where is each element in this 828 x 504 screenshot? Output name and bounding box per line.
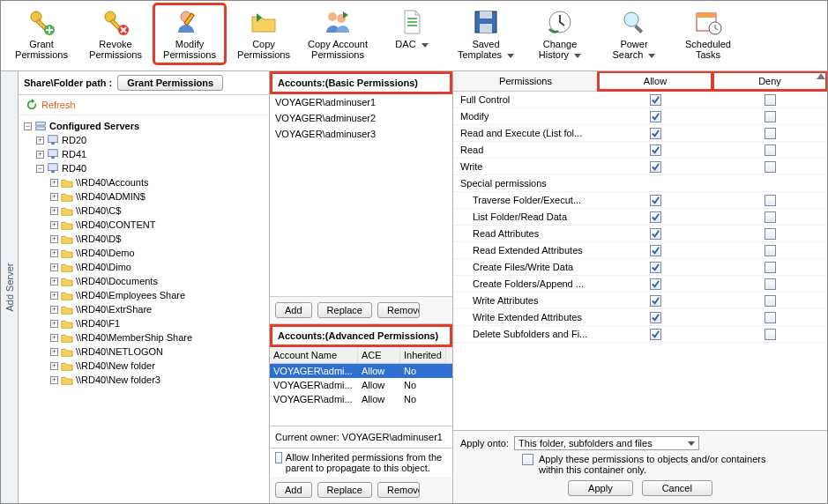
col-allow[interactable]: Allow [598, 71, 712, 91]
add-button[interactable]: Add [275, 302, 312, 318]
scroll-up-icon[interactable] [817, 73, 825, 79]
tree-share[interactable]: + \\RD40\MemberShip Share [24, 330, 269, 345]
adv-remove-button[interactable]: Remove [377, 482, 420, 498]
tree-share[interactable]: + \\RD40\ExtrShare [24, 302, 269, 316]
adv-replace-button[interactable]: Replace [317, 482, 372, 498]
tree-share[interactable]: + \\RD40\Accounts [24, 175, 269, 189]
tree-share[interactable]: + \\RD40\ADMIN$ [24, 189, 269, 204]
expand-icon[interactable]: + [50, 235, 58, 243]
tree-share[interactable]: + \\RD40\New folder [24, 359, 269, 373]
col-permissions[interactable]: Permissions [453, 71, 598, 91]
tree-server[interactable]: + RD41 [24, 147, 269, 161]
expand-icon[interactable]: + [50, 193, 58, 201]
tree-server[interactable]: − RD40 [24, 161, 269, 175]
tree-share[interactable]: + \\RD40\Employees Share [24, 288, 269, 302]
toolbar-revoke-permissions[interactable]: Revoke Permissions [80, 4, 151, 63]
toolbar-change-history[interactable]: Change History [525, 4, 595, 63]
apply-to-children-checkbox[interactable] [522, 454, 533, 465]
checkbox[interactable] [650, 211, 661, 223]
collapse-icon[interactable]: − [24, 122, 32, 130]
expand-icon[interactable]: + [50, 263, 58, 271]
cancel-button[interactable]: Cancel [642, 480, 712, 496]
advanced-account-row[interactable]: VOYAGER\admi...AllowNo [270, 364, 452, 378]
tree-share[interactable]: + \\RD40\Dimo [24, 260, 269, 274]
advanced-account-row[interactable]: VOYAGER\admi...AllowNo [270, 378, 452, 392]
checkbox[interactable] [765, 128, 776, 139]
expand-icon[interactable]: + [50, 249, 58, 257]
refresh-button[interactable]: Refresh [19, 95, 269, 115]
checkbox[interactable] [650, 278, 661, 290]
checkbox[interactable] [650, 245, 661, 256]
expand-icon[interactable]: + [50, 221, 58, 229]
toolbar-modify-permissions[interactable]: Modify Permissions [154, 4, 225, 63]
advanced-account-row[interactable]: VOYAGER\admi...AllowNo [270, 392, 452, 406]
expand-icon[interactable]: + [50, 179, 58, 187]
account-item[interactable]: VOYAGER\adminuser1 [270, 94, 452, 110]
checkbox[interactable] [765, 111, 776, 122]
col-account-name[interactable]: Account Name [270, 347, 358, 363]
checkbox[interactable] [650, 128, 661, 139]
checkbox[interactable] [765, 312, 776, 323]
checkbox[interactable] [650, 195, 661, 206]
toolbar-grant-permissions[interactable]: Grant Permissions [6, 4, 77, 63]
expand-icon[interactable]: + [50, 362, 58, 370]
tree-share[interactable]: + \\RD40\CONTENT [24, 218, 269, 232]
checkbox[interactable] [650, 262, 661, 273]
tree-share[interactable]: + \\RD40\NETLOGON [24, 345, 269, 359]
checkbox[interactable] [765, 195, 776, 206]
tree-share[interactable]: + \\RD40\C$ [24, 204, 269, 218]
checkbox[interactable] [765, 94, 776, 106]
adv-add-button[interactable]: Add [275, 482, 312, 498]
checkbox[interactable] [765, 145, 776, 156]
apply-onto-select[interactable]: This folder, subfolders and files [514, 436, 699, 450]
tree-server[interactable]: + RD20 [24, 133, 269, 147]
checkbox[interactable] [765, 262, 776, 273]
expand-icon[interactable]: + [50, 334, 58, 342]
expand-icon[interactable]: + [50, 306, 58, 314]
inherit-checkbox[interactable] [275, 452, 282, 463]
tree-share[interactable]: + \\RD40\D$ [24, 232, 269, 246]
checkbox[interactable] [765, 245, 776, 256]
col-deny[interactable]: Deny [712, 71, 827, 91]
checkbox[interactable] [765, 228, 776, 240]
checkbox[interactable] [650, 295, 661, 307]
checkbox[interactable] [650, 145, 661, 156]
grant-permissions-button[interactable]: Grant Permissions [117, 75, 223, 91]
toolbar-dac[interactable]: DAC [377, 4, 447, 53]
checkbox[interactable] [765, 295, 776, 307]
add-server-tab[interactable]: Add Server [1, 71, 19, 503]
expand-icon[interactable]: + [36, 151, 44, 159]
expand-icon[interactable]: + [50, 320, 58, 328]
tree-share[interactable]: + \\RD40\F1 [24, 316, 269, 330]
checkbox[interactable] [765, 161, 776, 173]
expand-icon[interactable]: + [50, 278, 58, 285]
tree-share[interactable]: + \\RD40\Documents [24, 274, 269, 288]
collapse-icon[interactable]: − [36, 165, 44, 173]
checkbox[interactable] [650, 312, 661, 323]
checkbox[interactable] [650, 228, 661, 240]
account-item[interactable]: VOYAGER\adminuser2 [270, 110, 452, 126]
account-item[interactable]: VOYAGER\adminuser3 [270, 126, 452, 142]
expand-icon[interactable]: + [50, 292, 58, 300]
expand-icon[interactable]: + [50, 348, 58, 356]
replace-button[interactable]: Replace [317, 302, 372, 318]
checkbox[interactable] [765, 211, 776, 223]
col-inherited[interactable]: Inherited [400, 347, 446, 363]
remove-button[interactable]: Remove [377, 302, 420, 318]
apply-button[interactable]: Apply [568, 480, 633, 496]
checkbox[interactable] [650, 94, 661, 106]
tree-share[interactable]: + \\RD40\New folder3 [24, 373, 269, 387]
tree-root[interactable]: − Configured Servers [24, 119, 269, 133]
checkbox[interactable] [650, 111, 661, 122]
checkbox[interactable] [650, 161, 661, 173]
tree-share[interactable]: + \\RD40\Demo [24, 246, 269, 260]
toolbar-power-search[interactable]: Power Search [599, 4, 669, 63]
expand-icon[interactable]: + [36, 137, 44, 145]
checkbox[interactable] [765, 329, 776, 340]
expand-icon[interactable]: + [50, 207, 58, 215]
toolbar-copy-account-permissions[interactable]: Copy Account Permissions [302, 4, 373, 63]
toolbar-scheduled-tasks[interactable]: Scheduled Tasks [673, 4, 743, 63]
checkbox[interactable] [765, 278, 776, 290]
checkbox[interactable] [650, 329, 661, 340]
col-ace[interactable]: ACE [358, 347, 400, 363]
